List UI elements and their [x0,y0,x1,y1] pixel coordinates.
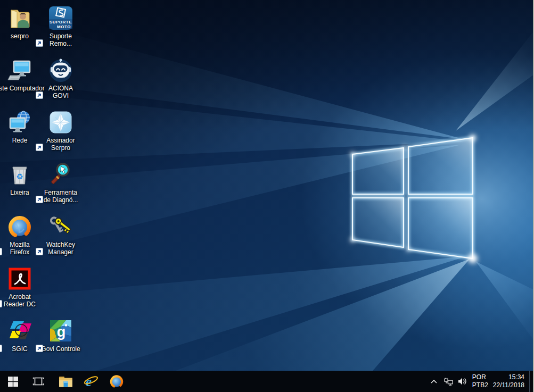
svg-text:MOTO: MOTO [57,24,71,29]
watchkey-icon [48,214,73,239]
network-icon [7,110,32,135]
system-tray: POR PTB2 15:34 22/11/2018 [429,371,534,392]
shortcut-arrow-icon [0,248,2,255]
sgic-icon [7,318,32,344]
svg-text:g: g [57,324,66,340]
assinador-serpro-icon [48,110,73,135]
diagnostic-tool-icon [48,162,73,187]
robot-icon [48,57,73,83]
tray-network-icon[interactable] [443,377,453,386]
task-view-icon [32,377,45,386]
desktop-icon-acrobat-reader[interactable]: Acrobat Reader DC [0,266,45,308]
keyboard-layout: PTB2 [472,381,488,389]
shortcut-arrow-icon [36,196,43,203]
desktop-icon-label: Suporte Remo... [42,32,79,47]
tray-chevron-up-icon[interactable] [429,377,439,386]
desktop-icon-label: ACIONA GOVI [42,85,79,99]
this-pc-icon [7,57,32,83]
svg-text:♻: ♻ [16,172,23,181]
shortcut-arrow-icon [0,345,2,352]
desktop-icon-label: SGIC [12,345,27,353]
shortcut-arrow-icon [0,300,2,307]
windows-logo-icon [8,377,18,387]
desktop[interactable]: serpro Este Computador [0,0,534,371]
desktop-icon-label: serpro [11,32,29,40]
svg-text:SUPORTE: SUPORTE [50,20,72,24]
desktop-icon-label: Ferramenta de Diagnó... [41,189,80,204]
desktop-icon-label: Lixeira [10,189,29,196]
shortcut-arrow-icon [36,345,43,352]
firefox-icon [109,374,124,389]
firefox-button[interactable] [104,371,129,392]
user-folder-icon [7,5,32,31]
shortcut-arrow-icon [36,248,43,255]
desktop-icon-suporte-remoto[interactable]: SUPORTE MOTO Suporte Remo... [35,5,86,47]
desktop-icon-label: WatchKey Manager [42,241,79,256]
taskbar: e [0,371,534,392]
file-explorer-button[interactable] [53,371,78,392]
desktop-icon-govi-controle[interactable]: g Govi Controle [35,318,86,353]
clock-time: 15:34 [508,373,524,381]
shortcut-arrow-icon [36,39,43,47]
desktop-icon-label: Acrobat Reader DC [1,293,38,308]
desktop-icon-assinador-serpro[interactable]: Assinador Serpro [35,110,86,152]
internet-explorer-button[interactable]: e [78,371,104,392]
desktop-icon-label: Mozilla Firefox [1,241,38,256]
shortcut-arrow-icon [36,91,43,99]
acrobat-reader-icon [7,266,32,291]
govi-controle-icon: g [48,318,73,344]
show-desktop-button[interactable] [529,371,533,392]
desktop-icon-label: Govi Controle [41,345,80,353]
clock-date: 22/11/2018 [493,381,524,389]
desktop-icon-label: Rede [12,137,28,144]
start-button[interactable] [0,371,26,392]
task-view-button[interactable] [26,371,51,392]
file-explorer-icon [59,376,73,388]
shortcut-arrow-icon [36,144,43,151]
recycle-bin-icon: ♻ [7,162,32,187]
desktop-icon-aciona-govi[interactable]: ACIONA GOVI [35,57,86,99]
desktop-icon-label: Assinador Serpro [42,137,79,152]
firefox-icon [7,214,32,239]
clock[interactable]: 15:34 22/11/2018 [493,373,524,389]
tray-volume-icon[interactable] [458,377,467,386]
suporte-remoto-icon: SUPORTE MOTO [48,5,73,31]
desktop-icon-watchkey-manager[interactable]: WatchKey Manager [35,214,86,256]
svg-text:e: e [86,374,92,389]
internet-explorer-icon: e [84,374,98,389]
language-indicator[interactable]: POR PTB2 [472,373,488,389]
language-code: POR [472,373,486,381]
desktop-icon-ferramenta-diagnostico[interactable]: Ferramenta de Diagnó... [35,162,86,204]
